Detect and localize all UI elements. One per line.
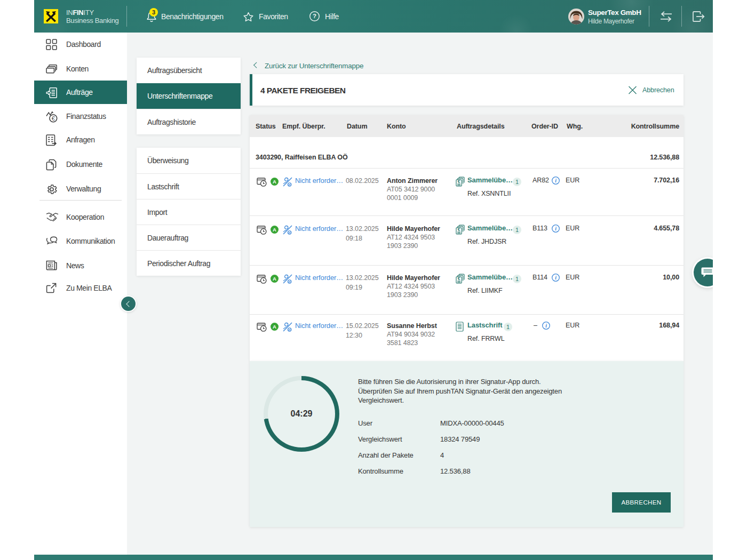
svg-text:A: A <box>273 324 276 330</box>
svg-text:A: A <box>273 179 276 185</box>
svg-text:€: € <box>458 276 460 281</box>
svg-text:A: A <box>273 227 276 233</box>
svg-text:A: A <box>273 276 276 282</box>
svg-text:i: i <box>555 275 557 281</box>
svg-text:€: € <box>458 179 460 184</box>
svg-text:i: i <box>555 226 557 231</box>
svg-text:i: i <box>545 323 547 329</box>
svg-text:€: € <box>52 115 55 122</box>
svg-text:€: € <box>458 227 460 232</box>
svg-text:i: i <box>555 178 557 183</box>
svg-text:?: ? <box>313 13 316 19</box>
